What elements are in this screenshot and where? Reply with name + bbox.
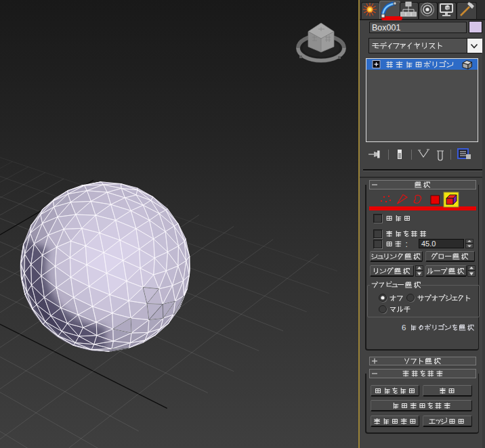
svg-text:45.0: 45.0 [421,240,436,248]
svg-text::: : [406,240,408,249]
svg-text:6: 6 [402,323,406,332]
svg-text:Box001: Box001 [372,23,400,32]
